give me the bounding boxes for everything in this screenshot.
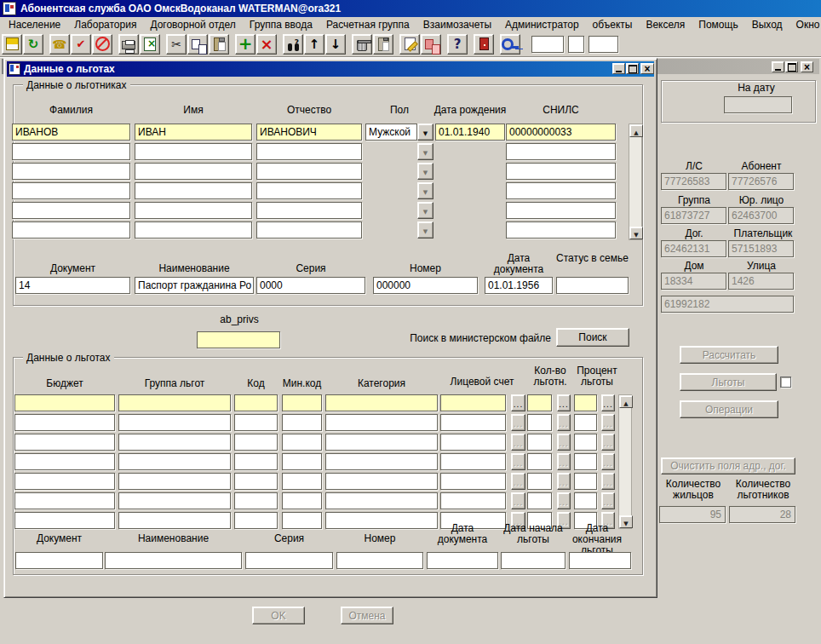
- gender-dropdown-button[interactable]: [417, 163, 433, 180]
- benefit-budget-cell[interactable]: [14, 453, 115, 470]
- benefit-account-picker-button[interactable]: ...: [511, 453, 525, 470]
- beneficiary-surname-cell[interactable]: [12, 163, 130, 180]
- export-excel-button[interactable]: [140, 34, 160, 55]
- confirm-button[interactable]: [71, 34, 91, 55]
- benefits-checkbox[interactable]: [780, 377, 791, 388]
- edit-document-button[interactable]: [399, 34, 420, 55]
- benefit-category-cell[interactable]: [325, 492, 438, 509]
- key-button[interactable]: [500, 34, 520, 55]
- beneficiary-surname-cell[interactable]: [12, 221, 130, 239]
- move-up-button[interactable]: [304, 34, 324, 55]
- paste-button[interactable]: [209, 34, 229, 55]
- benefit-mincode-cell[interactable]: [282, 394, 322, 411]
- beneficiary-name-cell[interactable]: [135, 221, 252, 239]
- benefit-percent-cell[interactable]: [574, 453, 597, 470]
- benefit-category-cell[interactable]: [325, 453, 438, 470]
- benefit-group-cell[interactable]: [118, 473, 231, 490]
- benefit-account-cell[interactable]: [440, 414, 506, 431]
- benefit-budget-cell[interactable]: [14, 394, 115, 411]
- beneficiary-name-cell[interactable]: [135, 202, 252, 219]
- menu-laboratoriya[interactable]: Лаборатория: [67, 18, 143, 32]
- benefit-category-cell[interactable]: [325, 434, 438, 451]
- benefit-account-picker-button[interactable]: ...: [511, 414, 525, 431]
- benefit-document-date-field[interactable]: [427, 552, 498, 569]
- benefit-count-picker-button[interactable]: ...: [557, 492, 571, 509]
- cut-button[interactable]: [166, 34, 187, 55]
- benefit-start-date-field[interactable]: [501, 552, 566, 569]
- move-down-button[interactable]: [325, 34, 346, 55]
- benefit-code-cell[interactable]: [234, 473, 278, 490]
- beneficiary-snils-cell[interactable]: 00000000033: [506, 124, 616, 141]
- benefit-count-cell[interactable]: [527, 414, 552, 431]
- beneficiary-snils-cell[interactable]: [506, 202, 616, 219]
- benefit-count-cell[interactable]: [527, 492, 552, 509]
- benefit-group-cell[interactable]: [118, 434, 231, 451]
- benefit-group-cell[interactable]: [118, 453, 231, 470]
- benefit-account-picker-button[interactable]: ...: [511, 394, 525, 411]
- benefit-budget-cell[interactable]: [14, 414, 115, 431]
- benefit-mincode-cell[interactable]: [282, 414, 322, 431]
- ok-button[interactable]: OK: [252, 607, 305, 624]
- benefit-percent-picker-button[interactable]: ...: [601, 453, 615, 470]
- calculate-button[interactable]: Рассчитать: [680, 346, 778, 364]
- menu-obekty[interactable]: объекты: [586, 18, 640, 32]
- beneficiary-name-cell[interactable]: ИВАН: [135, 124, 252, 141]
- beneficiary-name-cell[interactable]: [135, 143, 252, 160]
- benefit-count-cell[interactable]: [527, 394, 552, 411]
- beneficiary-name-cell[interactable]: [135, 163, 252, 180]
- benefit-mincode-cell[interactable]: [282, 434, 322, 451]
- benefit-code-cell[interactable]: [234, 434, 278, 451]
- benefit-percent-picker-button[interactable]: ...: [601, 473, 615, 490]
- subscriber-field[interactable]: 77726576: [728, 173, 794, 190]
- toolbar-input-2[interactable]: [568, 36, 584, 53]
- beneficiary-patronymic-cell[interactable]: [256, 221, 362, 239]
- ab-privs-input[interactable]: [197, 331, 280, 348]
- benefit-percent-cell[interactable]: [574, 473, 597, 490]
- exit-button[interactable]: [474, 34, 494, 55]
- benefit-code-cell[interactable]: [234, 512, 278, 529]
- benefit-end-date-field[interactable]: [569, 552, 631, 569]
- benefit-document-code-field[interactable]: [15, 552, 103, 569]
- beneficiary-surname-cell[interactable]: ИВАНОВ: [12, 124, 130, 141]
- benefit-document-series-field[interactable]: [245, 552, 333, 569]
- beneficiary-surname-cell[interactable]: [12, 182, 130, 199]
- benefit-account-cell[interactable]: [440, 394, 506, 411]
- benefit-percent-picker-button[interactable]: ...: [601, 394, 615, 411]
- benefit-count-cell[interactable]: [527, 473, 552, 490]
- benefit-account-picker-button[interactable]: ...: [511, 473, 525, 490]
- benefit-group-cell[interactable]: [118, 492, 231, 509]
- legal-entity-field[interactable]: 62463700: [728, 207, 794, 224]
- gender-dropdown-button[interactable]: [417, 143, 433, 160]
- benefit-category-cell[interactable]: [325, 414, 438, 431]
- callback-button[interactable]: [49, 34, 70, 55]
- benefit-category-cell[interactable]: [325, 473, 438, 490]
- house-field[interactable]: 18334: [661, 273, 726, 290]
- benefit-group-cell[interactable]: [118, 394, 231, 411]
- delete-row-button[interactable]: [256, 34, 277, 55]
- document-name-field[interactable]: Паспорт гражданина Ро: [135, 277, 254, 294]
- beneficiary-snils-cell[interactable]: [506, 163, 616, 180]
- benefit-percent-cell[interactable]: [574, 434, 597, 451]
- toolbar-input-1[interactable]: [531, 36, 564, 53]
- add-row-button[interactable]: [235, 34, 255, 55]
- beneficiary-snils-cell[interactable]: [506, 143, 616, 160]
- benefit-account-cell[interactable]: [440, 434, 506, 451]
- benefit-count-picker-button[interactable]: ...: [557, 473, 571, 490]
- payer-field[interactable]: 57151893: [728, 240, 794, 257]
- beneficiary-patronymic-cell[interactable]: ИВАНОВИЧ: [256, 124, 362, 141]
- benefit-count-picker-button[interactable]: ...: [557, 434, 571, 451]
- beneficiary-patronymic-cell[interactable]: [256, 202, 362, 219]
- cancel-button[interactable]: [92, 34, 112, 55]
- window-minimize-button[interactable]: [772, 61, 784, 72]
- document-date-field[interactable]: 01.01.1956: [485, 277, 553, 294]
- menu-naselenie[interactable]: Население: [2, 18, 67, 32]
- benefits-button[interactable]: Льготы: [680, 373, 777, 391]
- document-number-field[interactable]: 000000: [373, 277, 478, 294]
- benefit-account-cell[interactable]: [440, 473, 506, 490]
- benefit-budget-cell[interactable]: [14, 473, 115, 490]
- document-code-field[interactable]: 14: [15, 277, 130, 294]
- benefit-account-cell[interactable]: [440, 492, 506, 509]
- dialog-close-button[interactable]: [640, 63, 654, 74]
- cancel-form-button[interactable]: Отмена: [341, 607, 393, 624]
- benefit-budget-cell[interactable]: [14, 512, 115, 529]
